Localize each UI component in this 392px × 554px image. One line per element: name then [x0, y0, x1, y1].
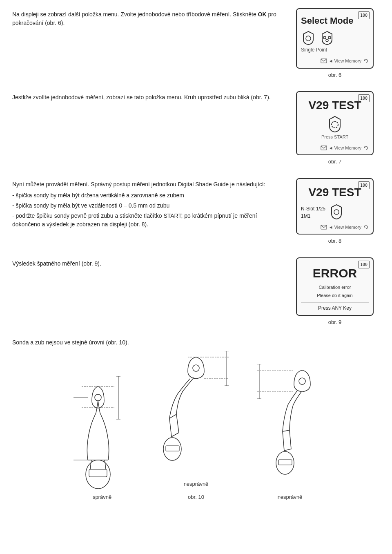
- envelope-icon-3: [321, 225, 327, 230]
- illustrations-row: správně: [12, 351, 380, 501]
- view-memory-label-1: ◄ View Memory: [329, 58, 361, 65]
- svg-point-27: [299, 378, 305, 384]
- svg-point-9: [86, 460, 110, 489]
- undo-icon-3: [363, 224, 369, 230]
- view-memory-label-3: ◄ View Memory: [329, 224, 361, 231]
- section-3-text: Nyní můžete provádět měření. Správný pos…: [12, 178, 282, 230]
- battery-label: 100: [358, 11, 370, 19]
- view-memory-row-2: ◄ View Memory: [301, 145, 369, 152]
- svg-point-3: [326, 39, 328, 42]
- single-point-icon: [301, 31, 316, 45]
- label-incorrect-2: nesprávně: [278, 493, 303, 501]
- view-memory-row-3: ◄ View Memory: [301, 224, 369, 231]
- undo-icon-2: [363, 145, 369, 151]
- display-select-mode: 100 Select Mode Single Point: [296, 8, 374, 69]
- m1-label: 1M1: [301, 212, 325, 220]
- battery-label-3: 100: [358, 181, 370, 189]
- obr-7: obr. 7: [328, 158, 342, 166]
- display-v29-slot: 100 V29 TEST N-Slot 1/25 1M1 ◄ View Memo…: [296, 178, 374, 235]
- section-1-image: 100 Select Mode Single Point: [290, 8, 380, 79]
- svg-point-11: [95, 394, 101, 401]
- section-4: Výsledek špatného měření (obr. 9). 100 E…: [12, 257, 380, 326]
- view-memory-label-2: ◄ View Memory: [329, 145, 361, 152]
- obr-8: obr. 8: [328, 237, 342, 245]
- view-memory-row-1: ◄ View Memory: [301, 58, 369, 65]
- calibration-error: Calibration error: [301, 284, 369, 291]
- section-2-image: 100 V29 TEST Press START ◄ View Memory: [290, 91, 380, 166]
- svg-point-0: [306, 36, 311, 41]
- battery-label-2: 100: [358, 94, 370, 102]
- section-3-bullets: špička sondy by měla být držena vertikál…: [12, 191, 282, 229]
- tooth-single-icon: [326, 116, 343, 133]
- press-any-key: Press ANY Key: [301, 302, 369, 312]
- envelope-icon-1: [321, 58, 327, 63]
- section-2: Jestliže zvolíte jednobodové měření, zob…: [12, 91, 380, 166]
- display-error: 100 ERROR Calibration error Please do it…: [296, 257, 374, 316]
- svg-rect-21: [166, 446, 179, 451]
- press-start-label: Press START: [301, 134, 369, 141]
- section-2-text: Jestliže zvolíte jednobodové měření, zob…: [12, 91, 282, 104]
- svg-point-20: [163, 438, 181, 460]
- svg-point-7: [334, 210, 339, 214]
- bullet-2: špička sondy by měla být ve vzdálenosti …: [12, 201, 282, 210]
- figure-10-section: Sonda a zub nejsou ve stejné úrovni (obr…: [12, 338, 380, 501]
- obr-6: obr. 6: [328, 71, 342, 79]
- obr-10: obr. 10: [188, 493, 204, 501]
- illus-correct-svg: [61, 364, 143, 491]
- label-correct: správně: [93, 493, 111, 501]
- figure-10-caption: Sonda a zub nejsou ve stejné úrovni (obr…: [12, 338, 380, 347]
- single-point-label: Single Point: [301, 46, 369, 54]
- please-do-again: Please do it again: [301, 292, 369, 299]
- svg-point-2: [328, 36, 331, 39]
- illus-incorrect-2: nesprávně: [249, 364, 331, 501]
- section-4-image: 100 ERROR Calibration error Please do it…: [290, 257, 380, 326]
- section-3-intro: Nyní můžete provádět měření. Správný pos…: [12, 180, 282, 189]
- illus-incorrect-1: nesprávně obr. 10: [151, 351, 241, 501]
- section-2-line1: Jestliže zvolíte jednobodové měření, zob…: [12, 93, 282, 102]
- n-slot-label: N-Slot 1/25: [301, 205, 325, 212]
- label-incorrect-1: nesprávně: [184, 480, 209, 488]
- svg-point-5: [332, 121, 338, 128]
- illus-incorrect-1-svg: [151, 351, 241, 478]
- obr-9: obr. 9: [328, 318, 342, 326]
- svg-point-1: [323, 36, 326, 39]
- section-1: Na displeji se zobrazí další položka men…: [12, 8, 380, 79]
- mode-icons-row: [301, 31, 369, 45]
- undo-icon-1: [363, 58, 369, 64]
- section-3-image: 100 V29 TEST N-Slot 1/25 1M1 ◄ View Memo…: [290, 178, 380, 245]
- three-point-icon: [320, 31, 334, 45]
- tooth-slot-icon: [329, 204, 344, 219]
- svg-rect-29: [278, 460, 292, 465]
- illus-incorrect-2-svg: [249, 364, 331, 491]
- svg-point-19: [193, 365, 199, 371]
- battery-label-4: 100: [358, 261, 370, 268]
- bullet-1: špička sondy by měla být držena vertikál…: [12, 191, 282, 200]
- illus-correct: správně: [61, 364, 143, 501]
- section-3: Nyní můžete provádět měření. Správný pos…: [12, 178, 380, 245]
- svg-rect-10: [89, 469, 107, 477]
- section-1-text: Na displeji se zobrazí další položka men…: [12, 8, 282, 30]
- display-v29-start: 100 V29 TEST Press START ◄ View Memory: [296, 91, 374, 155]
- envelope-icon-2: [321, 145, 327, 150]
- section-4-line1: Výsledek špatného měření (obr. 9).: [12, 259, 282, 268]
- bullet-3: podržte špičku sondy pevně proti zubu a …: [12, 212, 282, 229]
- section-1-line1: Na displeji se zobrazí další položka men…: [12, 10, 282, 27]
- section-4-text: Výsledek špatného měření (obr. 9).: [12, 257, 282, 270]
